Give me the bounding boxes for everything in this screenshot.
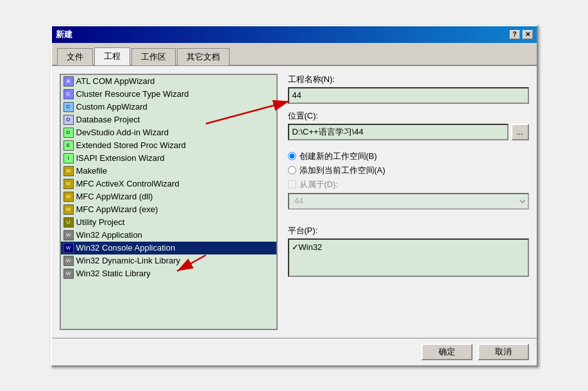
- list-item-icon: W: [63, 243, 74, 253]
- list-item-icon: M: [63, 179, 74, 189]
- list-item-label: MFC AppWizard (exe): [76, 204, 158, 214]
- list-item-icon: D: [63, 115, 74, 125]
- location-input[interactable]: [288, 124, 508, 140]
- project-name-input[interactable]: [288, 87, 529, 104]
- list-item-label: Custom AppWizard: [76, 102, 147, 112]
- project-name-label: 工程名称(N):: [288, 74, 529, 85]
- list-item-icon: W: [63, 256, 74, 266]
- list-item-icon: M: [63, 204, 74, 215]
- list-item[interactable]: CCustom AppWizard: [61, 101, 276, 113]
- tab-file[interactable]: 文件: [57, 48, 93, 65]
- location-group: 位置(C): ...: [288, 110, 529, 140]
- platform-label: 平台(P):: [288, 225, 529, 237]
- platform-list[interactable]: ✓Win32: [288, 238, 529, 277]
- radio-new-workspace[interactable]: 创建新的工作空间(B): [288, 151, 529, 162]
- dependency-select: 44: [288, 193, 529, 210]
- list-item[interactable]: MMFC ActiveX ControlWizard: [61, 178, 276, 190]
- radio-add-workspace[interactable]: 添加到当前工作空间(A): [288, 165, 529, 176]
- list-item[interactable]: DDevStudio Add-in Wizard: [61, 126, 276, 139]
- list-item[interactable]: WWin32 Static Library: [61, 267, 276, 280]
- project-type-list[interactable]: AATL COM AppWizardCCluster Resource Type…: [60, 74, 278, 330]
- list-item-icon: D: [63, 128, 74, 138]
- close-button[interactable]: ✕: [523, 30, 533, 39]
- list-item-icon: M: [63, 166, 74, 176]
- list-item[interactable]: UUtility Project: [61, 216, 276, 229]
- list-item-label: MFC AppWizard (dll): [76, 192, 153, 201]
- location-row: ...: [288, 124, 529, 140]
- list-item-icon: E: [63, 140, 74, 151]
- dependency-group: 44: [288, 193, 529, 210]
- list-item[interactable]: CCluster Resource Type Wizard: [61, 88, 276, 101]
- list-item-icon: A: [63, 76, 74, 87]
- confirm-button[interactable]: 确定: [421, 344, 473, 360]
- list-item-icon: W: [63, 230, 74, 240]
- tab-other[interactable]: 其它文档: [177, 48, 230, 65]
- list-item[interactable]: MMakefile: [61, 165, 276, 178]
- new-dialog: 新建 ? ✕ 文件 工程 工作区 其它文档: [51, 25, 538, 367]
- title-bar: 新建 ? ✕: [52, 26, 537, 43]
- list-item-icon: W: [63, 269, 74, 279]
- list-item-label: Database Project: [76, 115, 140, 124]
- platform-win32: ✓Win32: [292, 242, 525, 252]
- list-item[interactable]: WWin32 Dynamic-Link Library: [61, 254, 276, 267]
- list-item[interactable]: DDatabase Project: [61, 113, 276, 126]
- list-item-label: Makefile: [76, 166, 107, 176]
- list-item-label: Cluster Resource Type Wizard: [76, 89, 189, 99]
- tab-project[interactable]: 工程: [94, 47, 130, 65]
- list-item[interactable]: MMFC AppWizard (exe): [61, 203, 276, 216]
- project-name-group: 工程名称(N):: [288, 74, 529, 104]
- footer: 确定 取消: [52, 338, 537, 365]
- list-item-label: Win32 Application: [76, 230, 142, 240]
- list-item[interactable]: EExtended Stored Proc Wizard: [61, 139, 276, 152]
- list-item[interactable]: MMFC AppWizard (dll): [61, 190, 276, 203]
- list-item[interactable]: WWin32 Console Application: [61, 242, 276, 254]
- list-item-label: Utility Project: [76, 217, 125, 227]
- list-item-label: Win32 Dynamic-Link Library: [76, 256, 181, 265]
- content-area: AATL COM AppWizardCCluster Resource Type…: [52, 66, 537, 338]
- list-item-label: ATL COM AppWizard: [76, 76, 155, 86]
- list-item-label: Win32 Console Application: [76, 243, 176, 253]
- list-item-icon: C: [63, 89, 74, 99]
- list-item-label: Extended Stored Proc Wizard: [76, 140, 186, 150]
- list-item-icon: I: [63, 153, 74, 163]
- list-item[interactable]: IISAPI Extension Wizard: [61, 152, 276, 165]
- list-item[interactable]: AATL COM AppWizard: [61, 75, 276, 88]
- list-item[interactable]: WWin32 Application: [61, 229, 276, 242]
- right-panel: 工程名称(N): 位置(C): ... 创建新的工作空间(B) 添加到当前工作空…: [288, 74, 529, 330]
- help-button[interactable]: ?: [510, 30, 520, 39]
- cancel-button[interactable]: 取消: [478, 344, 529, 360]
- tab-workspace[interactable]: 工作区: [131, 48, 176, 65]
- tabs-row: 文件 工程 工作区 其它文档: [52, 43, 537, 66]
- title-bar-buttons: ? ✕: [510, 30, 533, 39]
- list-item-icon: M: [63, 192, 74, 202]
- list-item-label: Win32 Static Library: [76, 269, 151, 278]
- list-item-label: MFC ActiveX ControlWizard: [76, 179, 180, 188]
- platform-group: 平台(P): ✓Win32: [288, 225, 529, 277]
- checkbox-dep[interactable]: 从属于(D):: [288, 179, 529, 190]
- location-label: 位置(C):: [288, 110, 529, 122]
- list-item-label: ISAPI Extension Wizard: [76, 153, 165, 163]
- browse-button[interactable]: ...: [511, 124, 529, 140]
- workspace-radio-group: 创建新的工作空间(B) 添加到当前工作空间(A) 从属于(D): 44: [288, 147, 529, 213]
- platform-item-label: ✓Win32: [292, 242, 323, 252]
- list-item-label: DevStudio Add-in Wizard: [76, 128, 169, 137]
- list-item-icon: U: [63, 217, 74, 228]
- list-item-icon: C: [63, 102, 74, 112]
- dialog-title: 新建: [56, 29, 72, 40]
